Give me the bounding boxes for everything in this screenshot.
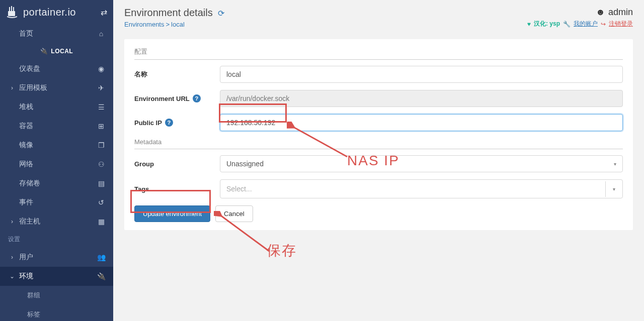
chevron-down-icon: ▾ [605, 181, 622, 197]
group-select[interactable]: Unassigned ▾ [220, 155, 623, 172]
env-url-input [220, 90, 623, 107]
label-env-url: Environment URL ? [134, 94, 220, 102]
help-icon[interactable]: ? [193, 94, 201, 102]
breadcrumb-local[interactable]: local [171, 21, 185, 28]
settings-section-label: 设置 [0, 231, 113, 248]
sidebar-item-environments[interactable]: ⌄环境🔌 [0, 267, 113, 286]
svg-line-5 [221, 216, 269, 251]
collapse-icon[interactable]: ⇄ [101, 8, 107, 17]
annotation-arrow-ip [287, 122, 352, 162]
tags-select[interactable]: Select... ▾ [220, 179, 623, 198]
label-group: Group [134, 160, 220, 168]
sidebar-item-events[interactable]: 事件↺ [0, 193, 113, 212]
plug-icon: 🔌 [40, 48, 48, 55]
svg-rect-1 [9, 7, 10, 11]
grid-icon: ▦ [97, 218, 105, 226]
public-ip-input[interactable] [220, 114, 623, 131]
svg-rect-0 [8, 11, 15, 16]
label-name: 名称 [134, 70, 220, 79]
chevron-down-icon: ▾ [614, 161, 616, 167]
link-logout[interactable]: 注销登录 [609, 20, 633, 28]
sidebar: portainer.io ⇄ 首页⌂ 🔌LOCAL 仪表盘◉ ›应用模板✈ 堆栈… [0, 0, 113, 321]
sidebar-item-groups[interactable]: 群组 [0, 286, 113, 305]
chevron-right-icon: › [8, 218, 16, 225]
sidebar-item-networks[interactable]: 网络⚇ [0, 155, 113, 174]
update-environment-button[interactable]: Update environment [134, 205, 210, 222]
user-display[interactable]: ☻admin [527, 7, 633, 18]
main: Environment details ⟳ Environments>local… [113, 0, 644, 321]
sitemap-icon: ⚇ [97, 160, 105, 168]
hdd-icon: ▤ [97, 179, 105, 187]
label-tags: Tags [134, 185, 220, 193]
cubes-icon: ⊞ [97, 122, 105, 130]
help-icon[interactable]: ? [165, 119, 173, 127]
sidebar-item-containers[interactable]: 容器⊞ [0, 117, 113, 136]
section-metadata: Metadata [134, 138, 623, 149]
signout-icon: ↪ [601, 21, 606, 28]
label-public-ip: Public IP ? [134, 119, 220, 127]
name-input[interactable] [220, 66, 623, 83]
link-account[interactable]: 我的账户 [574, 20, 598, 28]
annotation-arrow-save [214, 211, 274, 256]
chevron-down-icon: ⌄ [8, 273, 16, 280]
rocket-icon: ✈ [97, 84, 105, 92]
section-config: 配置 [134, 47, 623, 60]
brand-logo[interactable]: portainer.io [4, 4, 101, 20]
heart-icon: ♥ [527, 21, 531, 28]
sidebar-item-home[interactable]: 首页⌂ [0, 24, 113, 43]
svg-line-4 [294, 128, 347, 157]
sidebar-item-users[interactable]: ›用户👥 [0, 248, 113, 267]
sidebar-item-stacks[interactable]: 堆栈☰ [0, 97, 113, 117]
page-header: Environment details ⟳ Environments>local… [113, 0, 644, 30]
svg-rect-3 [13, 7, 14, 11]
refresh-icon[interactable]: ⟳ [218, 9, 224, 18]
logo-icon [4, 4, 20, 20]
users-icon: 👥 [97, 253, 105, 261]
breadcrumb: Environments>local [124, 21, 224, 28]
page-title: Environment details [124, 7, 213, 19]
sidebar-item-templates[interactable]: ›应用模板✈ [0, 78, 113, 97]
sidebar-item-tags[interactable]: 标签 [0, 305, 113, 321]
config-panel: 配置 名称 Environment URL ? Public IP ? [124, 39, 633, 230]
user-icon: ☻ [596, 7, 605, 18]
env-header: 🔌LOCAL [0, 43, 113, 59]
wrench-icon: 🔧 [563, 21, 571, 28]
home-icon: ⌂ [97, 30, 105, 38]
chevron-right-icon: › [8, 84, 16, 91]
chevron-right-icon: › [8, 254, 16, 261]
list-icon: ☰ [97, 103, 105, 111]
copy-icon: ❐ [97, 141, 105, 149]
sidebar-item-images[interactable]: 镜像❐ [0, 136, 113, 155]
gauge-icon: ◉ [97, 65, 105, 73]
sidebar-item-dashboard[interactable]: 仪表盘◉ [0, 59, 113, 78]
history-icon: ↺ [97, 198, 105, 206]
plug-icon: 🔌 [97, 272, 105, 280]
sidebar-item-host[interactable]: ›宿主机▦ [0, 212, 113, 231]
breadcrumb-environments[interactable]: Environments [124, 21, 164, 28]
svg-rect-2 [11, 6, 12, 11]
link-sponsor[interactable]: 汉化: ysp [534, 20, 560, 28]
nav: 首页⌂ 🔌LOCAL 仪表盘◉ ›应用模板✈ 堆栈☰ 容器⊞ 镜像❐ 网络⚇ [0, 24, 113, 321]
logo-row: portainer.io ⇄ [0, 0, 113, 24]
sidebar-item-volumes[interactable]: 存储卷▤ [0, 174, 113, 193]
